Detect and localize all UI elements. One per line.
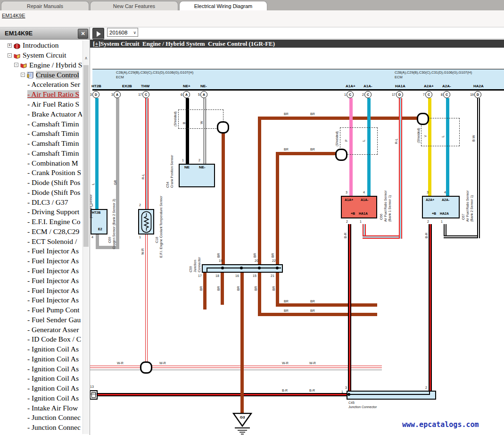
tree-item[interactable]: - Junction Connec bbox=[1, 413, 82, 423]
tree-item[interactable]: - Air Fuel Ratio S bbox=[1, 90, 82, 100]
play-button[interactable] bbox=[92, 28, 104, 40]
line bbox=[349, 394, 430, 395]
tree-item[interactable]: - ECM / C28,C29 bbox=[1, 227, 82, 237]
label: A2A+ bbox=[424, 84, 434, 89]
tree-scrollbar[interactable]: ∧ bbox=[83, 41, 89, 434]
shield-connector-icon bbox=[417, 113, 429, 125]
breadcrumb: EM14K9E bbox=[0, 10, 504, 27]
label: 4 bbox=[363, 191, 365, 194]
label: BR bbox=[237, 286, 240, 291]
tree-item-label: - Fuel Injector As bbox=[27, 286, 79, 295]
label: Air Fuel Ratio Sensor bbox=[384, 190, 387, 222]
pin: 2C bbox=[358, 91, 372, 98]
tab-new-car-features[interactable]: New Car Features bbox=[90, 1, 178, 10]
tree-item[interactable]: - Junction Connec bbox=[1, 423, 82, 433]
scroll-up-icon[interactable]: ∧ bbox=[83, 53, 89, 63]
tree-item[interactable]: - Fuel Injector As bbox=[1, 246, 82, 256]
tree-item[interactable]: - Fuel Sender Gau bbox=[1, 315, 82, 325]
tree-item[interactable]: - Driving Support bbox=[1, 207, 82, 217]
label: A2A- bbox=[442, 198, 449, 202]
tree-item[interactable]: - Ignition Coil As bbox=[1, 344, 82, 354]
diagram-title-bar[interactable]: [+]System Circuit Engine / Hybrid System… bbox=[90, 40, 504, 48]
ground-wire bbox=[240, 273, 244, 413]
expand-toggle[interactable]: [+] bbox=[93, 40, 100, 48]
play-icon bbox=[97, 31, 101, 37]
tree-item[interactable]: - Air Fuel Ratio S bbox=[1, 100, 82, 109]
tree-item[interactable]: +Introduction bbox=[1, 41, 82, 50]
tree-item[interactable]: - Generator Asser bbox=[1, 325, 82, 335]
tree-item[interactable]: - E.F.I. Engine Co bbox=[1, 217, 82, 227]
tab-repair-manuals[interactable]: Repair Manuals bbox=[1, 1, 89, 10]
tree-item[interactable]: - Fuel Pump Cont bbox=[1, 305, 82, 315]
label: C69 bbox=[108, 237, 111, 243]
label: BR bbox=[310, 300, 315, 303]
document-icon bbox=[27, 72, 34, 78]
book-open-icon bbox=[14, 52, 21, 59]
scrollbar-thumb[interactable] bbox=[83, 65, 89, 247]
tree-expander[interactable]: - bbox=[8, 53, 12, 58]
tree-item[interactable]: -System Circuit bbox=[1, 50, 82, 60]
label: 1 bbox=[341, 390, 343, 394]
tree-item[interactable]: - Acceleration Ser bbox=[1, 80, 82, 90]
label: W-R bbox=[141, 248, 144, 255]
tree-item[interactable]: - Fuel Injector As bbox=[1, 266, 82, 276]
tree-item[interactable]: - Ignition Coil As bbox=[1, 354, 82, 364]
version-dropdown[interactable]: 201608 ∨ bbox=[107, 28, 138, 37]
tree-item[interactable]: - Camshaft Timin bbox=[1, 119, 82, 129]
label: Junction Connector bbox=[348, 405, 377, 409]
tree-item[interactable]: - Crank Position S bbox=[1, 168, 82, 178]
tree-item[interactable]: - Ignition Coil As bbox=[1, 393, 82, 403]
tree-item[interactable]: - ECT Solenoid / bbox=[1, 236, 82, 246]
label: 2 bbox=[198, 159, 200, 162]
tree-expander[interactable]: + bbox=[8, 43, 12, 48]
label: 3 bbox=[427, 191, 429, 194]
close-icon[interactable]: ✕ bbox=[78, 29, 88, 39]
tree-item-label: - Ignition Coil As bbox=[27, 384, 79, 393]
label: (Shielded) bbox=[417, 128, 420, 143]
ecm-connector-codes-right: C28(A),C29(B),C30(C),C31(D),G106(G),G107… bbox=[395, 71, 472, 75]
tree-item[interactable]: -Cruise Control bbox=[1, 70, 82, 80]
label: W-R bbox=[282, 361, 289, 365]
tree-item[interactable]: - Fuel Injector As bbox=[1, 256, 82, 266]
tree-item-label: - Junction Connec bbox=[27, 423, 81, 432]
tree-item[interactable]: - Intake Air Flow bbox=[1, 403, 82, 413]
tree-item[interactable]: - Camshaft Timin bbox=[1, 148, 82, 158]
tree-expander[interactable]: - bbox=[21, 73, 25, 77]
tree-expander[interactable]: - bbox=[14, 63, 18, 67]
tree-item[interactable]: - Diode (Shift Pos bbox=[1, 187, 82, 197]
tree-item[interactable]: - Ignition Coil As bbox=[1, 374, 82, 384]
ecm-connector-codes-left: C28(A),C29(B),C30(C),C31(D),G106(G),G107… bbox=[116, 71, 193, 75]
label: Y bbox=[424, 135, 427, 137]
label: 1 bbox=[441, 220, 443, 224]
shield-connector-icon bbox=[335, 149, 347, 161]
label: (Bank 2 Sensor 1) bbox=[470, 195, 473, 222]
tree-item[interactable]: - Diode (Shift Pos bbox=[1, 178, 82, 188]
tree-item[interactable]: - Ignition Coil As bbox=[1, 384, 82, 393]
tree-item[interactable]: - Fuel Injector As bbox=[1, 295, 82, 305]
label: E2 bbox=[98, 227, 102, 231]
label: E.F.I. Engine Coolant Temperature Sensor bbox=[159, 196, 163, 258]
tab-electrical-wiring-diagram[interactable]: Electrical Wiring Diagram bbox=[179, 1, 267, 10]
label: 2 bbox=[139, 203, 141, 207]
tree-item[interactable]: - Fuel Injector As bbox=[1, 276, 82, 285]
tree-item[interactable]: -Engine / Hybrid S bbox=[1, 60, 82, 70]
tree-item-label: Cruise Control bbox=[36, 71, 79, 79]
tree-item[interactable]: - Brake Actuator A bbox=[1, 109, 82, 119]
tree-item[interactable]: - ID Code Box / C bbox=[1, 335, 82, 344]
tree-item[interactable]: - Combination M bbox=[1, 158, 82, 168]
tree-item[interactable]: - Fuel Injector As bbox=[1, 285, 82, 295]
label: CG3 bbox=[91, 393, 96, 396]
label: L bbox=[91, 183, 95, 185]
shield-connector-icon bbox=[217, 121, 229, 134]
wire bbox=[222, 133, 225, 264]
breadcrumb-link[interactable]: EM14K9E bbox=[2, 13, 25, 18]
label: Air Fuel Ratio Sensor bbox=[466, 190, 469, 222]
wire bbox=[186, 98, 189, 164]
tree-item[interactable]: - Camshaft Timin bbox=[1, 139, 82, 149]
label: Connector bbox=[198, 257, 201, 272]
tree-item[interactable]: - DLC3 / G37 bbox=[1, 197, 82, 207]
label: C54 bbox=[166, 182, 169, 188]
label: C66 bbox=[380, 214, 383, 220]
tree-item[interactable]: - Camshaft Timin bbox=[1, 129, 82, 139]
tree-item[interactable]: - Ignition Coil As bbox=[1, 364, 82, 374]
